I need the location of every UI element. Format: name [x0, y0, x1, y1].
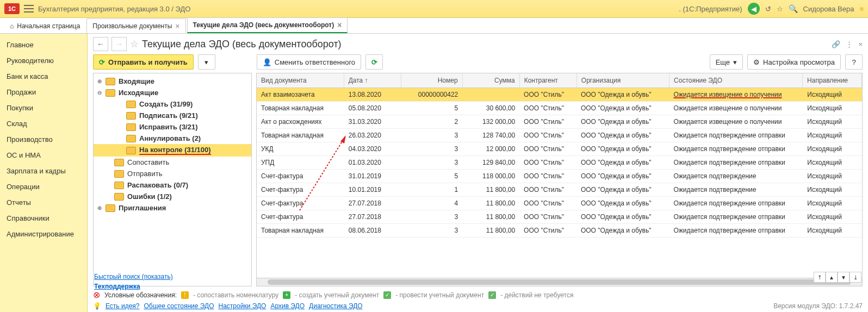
quick-search-link[interactable]: Быстрый поиск (показать)	[94, 273, 173, 280]
more-button[interactable]: Еще ▾	[710, 54, 743, 70]
cell: ООО "Одежда и обувь"	[576, 224, 669, 237]
tree-item[interactable]: Распаковать (0/7)	[94, 179, 251, 191]
tree-item[interactable]: Отправить	[94, 168, 251, 179]
sidebar-item[interactable]: Производство	[0, 132, 87, 147]
tab-home[interactable]: ⌂ Начальная страница	[4, 19, 85, 33]
close-icon[interactable]: ×	[858, 40, 863, 48]
tree-item[interactable]: ⊕Входящие	[94, 76, 251, 87]
cell: 00000000422	[401, 88, 463, 101]
tree-item[interactable]: На контроле (31/100)	[94, 144, 251, 157]
table-row[interactable]: Счет-фактура27.07.2018411 800,00ООО "Сти…	[257, 197, 862, 210]
change-responsible-button[interactable]: 👤 Сменить ответственного	[257, 54, 361, 70]
tree-item[interactable]: ⊕Приглашения	[94, 202, 251, 214]
tab-current-edo[interactable]: Текущие дела ЭДО (весь документооборот) …	[187, 17, 348, 33]
last-button[interactable]: ⤓	[850, 272, 861, 283]
archive-link[interactable]: Архив ЭДО	[270, 302, 305, 310]
tree-item[interactable]: Исправить (3/21)	[94, 121, 251, 133]
table-row[interactable]: Товарная накладная26.03.20203128 740,00О…	[257, 129, 862, 142]
sidebar-item[interactable]: Главное	[0, 37, 87, 53]
table-row[interactable]: Счет-фактура27.07.2018311 800,00ООО "Сти…	[257, 210, 862, 224]
tree-item[interactable]: Подписать (9/21)	[94, 110, 251, 121]
notification-icon[interactable]: ◀	[748, 3, 760, 15]
expander-icon[interactable]: ⊖	[97, 90, 102, 96]
person-icon: 👤	[263, 58, 271, 66]
column-header[interactable]: Номер	[401, 73, 463, 88]
sidebar-item[interactable]: Покупки	[0, 100, 87, 116]
table-row[interactable]: Счет-фактура31.01.20195118 000,00ООО "Ст…	[257, 170, 862, 183]
diag-link[interactable]: Диагностика ЭДО	[309, 302, 363, 310]
settings-link[interactable]: Настройки ЭДО	[219, 302, 266, 310]
close-icon[interactable]: ×	[175, 22, 179, 30]
column-header[interactable]: Организация	[577, 73, 669, 88]
cell: ООО "Стиль"	[519, 183, 576, 196]
close-icon[interactable]: ×	[337, 21, 342, 29]
product-label: . (1С:Предприятие)	[679, 5, 742, 13]
cell: ООО "Одежда и обувь"	[576, 88, 669, 101]
send-receive-button[interactable]: ⟳ Отправить и получить	[93, 54, 194, 70]
status-link[interactable]: Общее состояние ЭДО	[144, 302, 214, 310]
down-button[interactable]: ▼	[838, 272, 850, 283]
tree-label: Отправить	[127, 170, 162, 178]
tab-arbitrary-docs[interactable]: Произвольные документы ×	[86, 18, 185, 33]
horizontal-scrollbar[interactable]	[257, 278, 862, 286]
favorite-icon[interactable]: ☆	[777, 5, 783, 13]
support-link[interactable]: Техподдержка	[94, 283, 173, 290]
tree-label: Исправить (3/21)	[139, 123, 198, 131]
star-icon[interactable]: ☆	[130, 38, 139, 50]
tree-item[interactable]: Аннулировать (2)	[94, 133, 251, 144]
menu-icon[interactable]	[24, 5, 34, 13]
legend-text: - сопоставить номенклатуру	[193, 291, 278, 299]
table-row[interactable]: Акт взаимозачета13.08.202000000000422ООО…	[257, 88, 862, 102]
link-icon[interactable]: 🔗	[832, 40, 840, 48]
dropdown-button[interactable]: ▾	[198, 54, 215, 70]
sidebar-item[interactable]: Справочники	[0, 210, 87, 226]
sidebar-item[interactable]: Склад	[0, 116, 87, 132]
cell: Ожидается подтверждение	[669, 170, 803, 183]
idea-link[interactable]: Есть идея?	[106, 302, 140, 310]
folder-icon	[114, 182, 124, 189]
view-settings-button[interactable]: ⚙ Настройка просмотра	[747, 54, 841, 70]
help-button[interactable]: ?	[845, 54, 863, 70]
forward-button[interactable]: →	[111, 37, 127, 51]
column-header[interactable]: Направление	[803, 73, 862, 88]
column-header[interactable]: Сумма	[463, 73, 520, 88]
column-header[interactable]: Вид документа	[257, 73, 344, 88]
up-button[interactable]: ▲	[826, 272, 838, 283]
first-button[interactable]: ⤒	[814, 272, 826, 283]
column-header[interactable]: Дата ↑	[344, 73, 401, 88]
history-icon[interactable]: ↺	[765, 5, 771, 13]
sidebar-item[interactable]: Зарплата и кадры	[0, 163, 87, 179]
sidebar-item[interactable]: Администрирование	[0, 226, 87, 242]
refresh-button[interactable]: ⟳	[365, 54, 383, 70]
tree-item[interactable]: ⊖Исходящие	[94, 87, 251, 98]
table-row[interactable]: Счет-фактура10.01.2019111 800,00ООО "Сти…	[257, 183, 862, 197]
tree-item[interactable]: Ошибки (1/2)	[94, 191, 251, 202]
table-row[interactable]: Товарная накладная05.08.2020530 600,00ОО…	[257, 102, 862, 115]
cell: ООО "Стиль"	[519, 88, 576, 101]
more-icon[interactable]: ⋮	[846, 40, 853, 48]
expander-icon[interactable]: ⊕	[97, 78, 102, 84]
settings-icon[interactable]: ≡	[859, 5, 864, 13]
cell: Исходящий	[803, 102, 862, 115]
sidebar-item[interactable]: Отчеты	[0, 195, 87, 210]
sidebar-item[interactable]: Банк и касса	[0, 68, 87, 84]
tree-item[interactable]: Создать (31/99)	[94, 98, 251, 110]
cell: 11 800,00	[462, 183, 519, 196]
column-header[interactable]: Контрагент	[520, 73, 577, 88]
cell: 118 000,00	[462, 170, 519, 183]
table-row[interactable]: УКД04.03.2020312 000,00ООО "Стиль"ООО "О…	[257, 142, 862, 156]
cell: ООО "Стиль"	[519, 142, 576, 155]
sidebar-item[interactable]: Руководителю	[0, 53, 87, 68]
sidebar-item[interactable]: ОС и НМА	[0, 147, 87, 163]
column-header[interactable]: Состояние ЭДО	[669, 73, 803, 88]
sidebar-item[interactable]: Продажи	[0, 84, 87, 100]
expander-icon[interactable]: ⊕	[97, 205, 102, 211]
tree-item[interactable]: Сопоставить	[94, 157, 251, 168]
table-row[interactable]: УПД01.03.20203129 840,00ООО "Стиль"ООО "…	[257, 156, 862, 170]
back-button[interactable]: ←	[93, 37, 108, 51]
sidebar-item[interactable]: Операции	[0, 179, 87, 195]
table-row[interactable]: Товарная накладная08.06.2018311 800,00ОО…	[257, 224, 862, 238]
table-row[interactable]: Акт о расхождениях31.03.20202132 000,00О…	[257, 115, 862, 129]
cell: ООО "Одежда и обувь"	[576, 115, 669, 128]
search-icon[interactable]: 🔍	[789, 4, 798, 13]
